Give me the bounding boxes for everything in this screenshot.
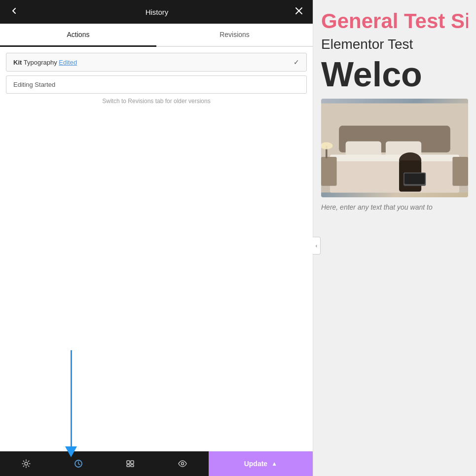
editing-started-item: Editing Started bbox=[6, 75, 307, 94]
bottom-toolbar: Update ▲ bbox=[0, 451, 313, 476]
switch-revisions-text: Switch to Revisions tab for older versio… bbox=[6, 98, 307, 105]
back-button[interactable] bbox=[8, 4, 21, 20]
action-item-kit-typography[interactable]: Kit Typography Edited ✓ bbox=[6, 53, 307, 72]
svg-rect-21 bbox=[452, 157, 468, 186]
preview-body-text: Here, enter any text that you want to bbox=[321, 203, 468, 211]
preview-content: General Test Si Elementor Test Welco bbox=[313, 0, 476, 221]
history-button[interactable] bbox=[52, 451, 105, 476]
tabs-bar: Actions Revisions bbox=[0, 24, 313, 47]
preview-button[interactable] bbox=[156, 451, 209, 476]
tab-actions[interactable]: Actions bbox=[0, 24, 156, 47]
svg-rect-10 bbox=[346, 142, 381, 157]
left-panel: History Actions Revisions Kit Typography… bbox=[0, 0, 313, 476]
action-label-bold: Kit bbox=[13, 59, 22, 66]
cursor-arrowhead bbox=[65, 446, 77, 457]
svg-rect-5 bbox=[131, 465, 134, 467]
svg-rect-13 bbox=[330, 161, 459, 192]
svg-point-0 bbox=[25, 462, 28, 465]
svg-rect-17 bbox=[404, 174, 425, 184]
preview-subtitle: Elementor Test bbox=[321, 37, 468, 52]
header: History bbox=[0, 0, 313, 24]
close-button[interactable] bbox=[293, 5, 305, 19]
svg-rect-4 bbox=[127, 465, 130, 467]
svg-rect-3 bbox=[131, 461, 134, 464]
settings-button[interactable] bbox=[0, 451, 52, 476]
chevron-up-icon: ▲ bbox=[271, 460, 277, 467]
preview-heading: Welco bbox=[321, 57, 468, 92]
action-label: Kit Typography Edited bbox=[13, 59, 77, 66]
templates-button[interactable] bbox=[104, 451, 156, 476]
update-label: Update bbox=[244, 460, 267, 468]
editing-started-label: Editing Started bbox=[13, 81, 55, 88]
update-button[interactable]: Update ▲ bbox=[209, 451, 313, 476]
right-panel: General Test Si Elementor Test Welco bbox=[313, 0, 476, 476]
preview-site-title: General Test Si bbox=[321, 10, 468, 33]
tab-revisions[interactable]: Revisions bbox=[156, 24, 313, 47]
svg-point-6 bbox=[181, 463, 183, 465]
cursor-line bbox=[71, 350, 72, 449]
svg-rect-2 bbox=[127, 461, 130, 464]
preview-image bbox=[321, 99, 468, 197]
svg-rect-18 bbox=[321, 157, 337, 186]
edited-link[interactable]: Edited bbox=[59, 59, 77, 66]
history-content: Kit Typography Edited ✓ Editing Started … bbox=[0, 47, 313, 451]
collapse-panel-button[interactable]: ‹ bbox=[313, 237, 321, 255]
check-icon: ✓ bbox=[293, 58, 299, 66]
header-title: History bbox=[146, 8, 169, 16]
